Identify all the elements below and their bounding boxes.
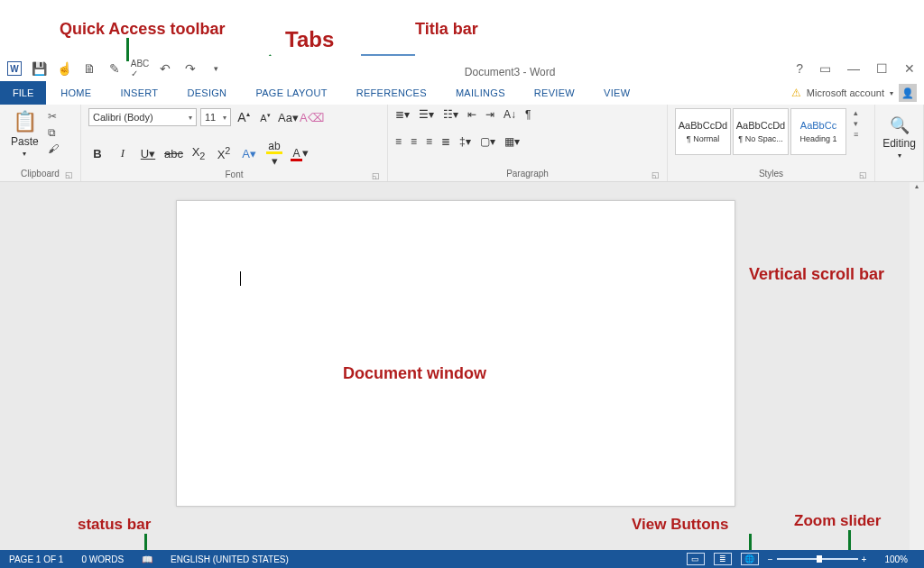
group-label-styles: Styles◱ — [675, 167, 867, 181]
open-icon[interactable]: ✎ — [106, 60, 123, 77]
border-icon[interactable]: ▦▾ — [504, 135, 520, 148]
status-language[interactable]: ENGLISH (UNITED STATES) — [162, 554, 298, 564]
zoom-out-icon[interactable]: − — [768, 554, 773, 564]
view-web-layout[interactable]: 🌐 — [741, 553, 759, 565]
status-words[interactable]: 0 WORDS — [72, 554, 133, 564]
account-area[interactable]: ⚠ Microsoft account ▾ 👤 — [791, 81, 924, 105]
tab-mailings[interactable]: MAILINGS — [441, 81, 520, 105]
qat-customize-icon[interactable]: ▾ — [208, 60, 224, 77]
new-doc-icon[interactable]: 🗎 — [81, 60, 97, 77]
launcher-icon[interactable]: ◱ — [651, 170, 660, 179]
annot-viewbtns: View Buttons — [632, 516, 728, 534]
ribbon-collapse-icon[interactable]: ▭ — [819, 61, 831, 76]
multilevel-icon[interactable]: ☷▾ — [443, 108, 458, 121]
decrease-indent-icon[interactable]: ⇤ — [467, 108, 476, 121]
close-icon[interactable]: ✕ — [904, 61, 915, 76]
paste-button[interactable]: 📋 Paste ▾ — [7, 108, 42, 160]
tab-design[interactable]: DESIGN — [172, 81, 241, 105]
zoom-slider[interactable]: − + — [768, 554, 867, 564]
find-icon[interactable]: 🔍 — [890, 115, 910, 135]
scroll-up-icon[interactable]: ▴ — [910, 182, 924, 195]
annot-vscroll: Vertical scroll bar — [749, 265, 884, 284]
group-clipboard: 📋 Paste ▾ ✂ ⧉ 🖌 Clipboard◱ — [0, 105, 81, 181]
shrink-font-icon[interactable]: A▾ — [256, 112, 274, 124]
shading-icon[interactable]: ▢▾ — [480, 135, 495, 148]
launcher-icon[interactable]: ◱ — [859, 170, 867, 179]
style-no-spacing[interactable]: AaBbCcDd¶ No Spac... — [733, 108, 789, 155]
word-app-icon: W — [7, 61, 22, 76]
numbering-icon[interactable]: ☰▾ — [419, 108, 434, 121]
align-justify-icon[interactable]: ≣ — [441, 135, 450, 148]
status-page[interactable]: PAGE 1 OF 1 — [0, 554, 72, 564]
tab-references[interactable]: REFERENCES — [342, 81, 441, 105]
group-label-font: Font◱ — [88, 168, 380, 182]
bullets-icon[interactable]: ≣▾ — [395, 108, 410, 121]
increase-indent-icon[interactable]: ⇥ — [485, 108, 494, 121]
help-icon[interactable]: ? — [796, 61, 803, 76]
touch-mode-icon[interactable]: ☝ — [56, 60, 72, 77]
style-normal[interactable]: AaBbCcDd¶ Normal — [675, 108, 731, 155]
text-cursor — [240, 271, 241, 286]
zoom-in-icon[interactable]: + — [862, 554, 867, 564]
zoom-thumb[interactable] — [817, 555, 822, 563]
line-spacing-icon[interactable]: ‡▾ — [459, 135, 471, 148]
launcher-icon[interactable]: ◱ — [372, 171, 380, 180]
font-family-combo[interactable]: Calibri (Body)▾ — [88, 108, 197, 126]
tab-home[interactable]: HOME — [46, 81, 106, 105]
paste-label: Paste — [11, 135, 39, 148]
spellcheck-icon[interactable]: ABC✓ — [132, 60, 148, 77]
annot-zoom: Zoom slider — [794, 512, 881, 530]
annot-qat-line — [126, 38, 129, 61]
group-font: Calibri (Body)▾ 11▾ A▴ A▾ Aa▾ A⌫ B I U▾ … — [81, 105, 388, 181]
style-heading1[interactable]: AaBbCcHeading 1 — [790, 108, 846, 155]
superscript-button[interactable]: X2 — [215, 145, 233, 161]
redo-icon[interactable]: ↷ — [182, 60, 199, 77]
cut-icon[interactable]: ✂ — [48, 110, 59, 123]
editing-label: Editing — [882, 137, 916, 150]
tab-page-layout[interactable]: PAGE LAYOUT — [241, 81, 341, 105]
view-print-layout[interactable]: ≣ — [714, 553, 732, 565]
launcher-icon[interactable]: ◱ — [65, 170, 73, 179]
zoom-value[interactable]: 100% — [875, 554, 917, 564]
sort-icon[interactable]: A↓ — [504, 108, 516, 121]
minimize-icon[interactable]: — — [847, 61, 860, 76]
clear-format-icon[interactable]: A⌫ — [300, 111, 318, 124]
show-marks-icon[interactable]: ¶ — [525, 108, 531, 121]
group-label-clipboard: Clipboard◱ — [7, 167, 73, 181]
status-proofing-icon[interactable]: 📖 — [133, 554, 162, 564]
save-icon[interactable]: 💾 — [31, 60, 47, 77]
undo-icon[interactable]: ↶ — [157, 60, 173, 77]
style-expand-button[interactable]: ▴▾≡ — [852, 108, 864, 139]
ribbon: 📋 Paste ▾ ✂ ⧉ 🖌 Clipboard◱ Calibri (Body… — [0, 105, 924, 182]
copy-icon[interactable]: ⧉ — [48, 126, 59, 139]
bold-button[interactable]: B — [88, 147, 106, 160]
vertical-scrollbar[interactable]: ▴ — [910, 182, 924, 550]
italic-button[interactable]: I — [114, 146, 132, 160]
font-size-combo[interactable]: 11▾ — [200, 108, 231, 126]
avatar[interactable]: 👤 — [899, 84, 917, 102]
zoom-track[interactable] — [777, 558, 858, 560]
view-read-mode[interactable]: ▭ — [687, 553, 705, 565]
strikethrough-button[interactable]: abc — [164, 147, 182, 160]
quick-access-toolbar: W 💾 ☝ 🗎 ✎ ABC✓ ↶ ↷ ▾ — [0, 60, 224, 77]
change-case-icon[interactable]: Aa▾ — [278, 111, 296, 124]
chevron-down-icon: ▾ — [185, 114, 192, 122]
format-painter-icon[interactable]: 🖌 — [48, 142, 59, 155]
annot-status-line — [144, 534, 147, 550]
align-right-icon[interactable]: ≡ — [426, 135, 432, 148]
tab-view[interactable]: VIEW — [589, 81, 644, 105]
maximize-icon[interactable]: ☐ — [876, 61, 888, 76]
tab-review[interactable]: REVIEW — [520, 81, 589, 105]
grow-font-icon[interactable]: A▴ — [235, 110, 253, 124]
text-effects-icon[interactable]: A▾ — [240, 147, 258, 160]
tab-insert[interactable]: INSERT — [106, 81, 172, 105]
align-center-icon[interactable]: ≡ — [411, 135, 417, 148]
highlight-icon[interactable]: ab▾ — [265, 139, 283, 168]
subscript-button[interactable]: X2 — [189, 145, 208, 161]
window-controls: ? ▭ — ☐ ✕ — [796, 61, 924, 76]
align-left-icon[interactable]: ≡ — [395, 135, 402, 148]
underline-button[interactable]: U▾ — [139, 147, 157, 160]
document-page[interactable] — [176, 200, 735, 507]
font-color-icon[interactable]: A▾ — [291, 146, 309, 161]
file-tab[interactable]: FILE — [0, 81, 46, 105]
